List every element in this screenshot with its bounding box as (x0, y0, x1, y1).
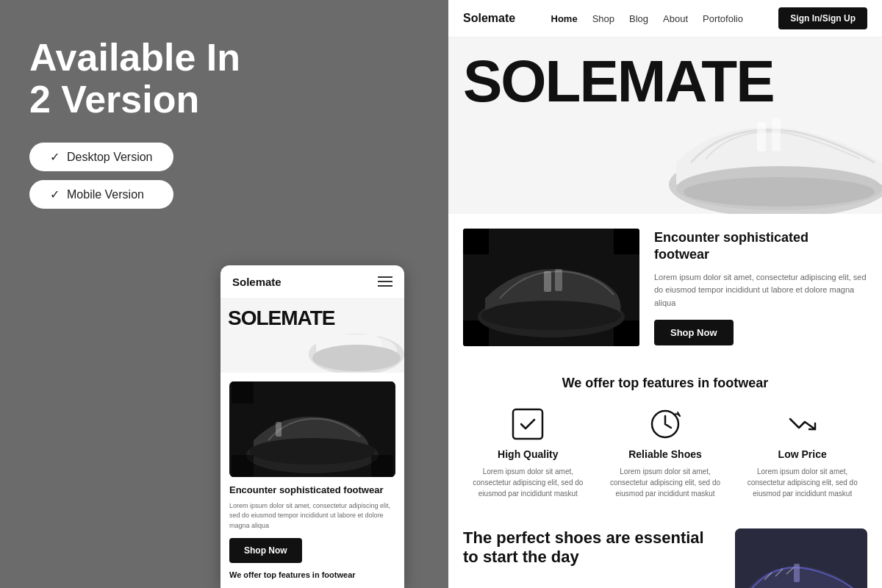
encounter-section: Encounter sophisticated footwear Lorem i… (448, 214, 882, 361)
desktop-nav: Solemate Home Shop Blog About Portofolio… (448, 0, 882, 37)
svg-point-7 (250, 438, 375, 465)
high-quality-icon (509, 406, 546, 442)
nav-item-blog[interactable]: Blog (629, 13, 648, 24)
svg-rect-22 (544, 271, 551, 292)
mobile-encounter-title: Encounter sophisticated footwear (229, 484, 395, 497)
encounter-title: Encounter sophisticated footwear (654, 229, 867, 264)
svg-rect-17 (463, 229, 489, 254)
bottom-section: The perfect shoes are essential to start… (448, 514, 882, 588)
desktop-hero-text: SOLEMATE (463, 52, 774, 111)
hamburger-icon[interactable] (378, 276, 392, 287)
feature-card-reliable-shoes: Reliable Shoes Lorem ipsum dolor sit ame… (600, 406, 731, 499)
quality-svg (511, 407, 545, 441)
feature-card-low-price: Low Price Lorem ipsum dolor sit amet, co… (737, 406, 867, 499)
encounter-shoe-box (463, 229, 639, 346)
svg-rect-19 (614, 229, 639, 254)
nav-item-about[interactable]: About (663, 13, 688, 24)
check-icon: ✓ (50, 150, 60, 164)
desktop-logo: Solemate (463, 12, 515, 25)
mobile-encounter-para: Lorem ipsum dolor sit amet, consectetur … (229, 501, 395, 531)
black-shoe-desktop-svg (463, 229, 639, 346)
nav-item-home[interactable]: Home (551, 13, 578, 24)
svg-line-27 (678, 412, 680, 416)
sign-in-button[interactable]: Sign In/Sign Up (778, 7, 867, 29)
nav-link-blog[interactable]: Blog (629, 13, 648, 24)
encounter-para: Lorem ipsum dolor sit amet, consectetur … (654, 271, 867, 310)
bottom-text: The perfect shoes are essential to start… (463, 528, 720, 567)
svg-rect-8 (232, 381, 254, 404)
desktop-hero: SOLEMATE (448, 37, 882, 214)
desktop-nav-links: Home Shop Blog About Portofolio (551, 13, 743, 24)
nav-item-portofolio[interactable]: Portofolio (703, 13, 743, 24)
svg-rect-13 (772, 118, 781, 151)
svg-rect-12 (757, 122, 766, 151)
svg-rect-29 (794, 564, 800, 582)
bottom-shoe-svg (735, 528, 867, 588)
desktop-version-badge: ✓ Desktop Version (29, 143, 173, 171)
right-panel: Solemate Home Shop Blog About Portofolio… (448, 0, 882, 588)
nav-link-about[interactable]: About (663, 13, 688, 24)
high-quality-desc: Lorem ipsum dolor sit amet, consectetur … (463, 466, 593, 499)
mobile-features-title: We offer top features in footwear (229, 570, 395, 579)
mobile-body: Encounter sophisticated footwear Lorem i… (220, 373, 404, 588)
low-price-name: Low Price (778, 448, 827, 460)
feature-card-high-quality: High Quality Lorem ipsum dolor sit amet,… (463, 406, 593, 499)
svg-rect-23 (555, 269, 562, 291)
left-title: Available In2 Version (29, 37, 240, 121)
mobile-version-label: Mobile Version (67, 188, 144, 201)
mobile-hero: SOLEMATE (220, 299, 404, 373)
low-price-svg (786, 407, 820, 441)
reliable-shoes-name: Reliable Shoes (628, 448, 702, 460)
left-panel: Available In2 Version ✓ Desktop Version … (0, 0, 448, 588)
nav-link-home[interactable]: Home (551, 13, 578, 24)
nav-link-shop[interactable]: Shop (592, 13, 614, 24)
nav-link-portofolio[interactable]: Portofolio (703, 13, 743, 24)
reliable-shoes-desc: Lorem ipsum dolor sit amet, consectetur … (600, 466, 731, 499)
svg-point-24 (481, 301, 621, 330)
check-icon-2: ✓ (50, 187, 60, 201)
mobile-shoe-card (229, 381, 395, 477)
desktop-version-label: Desktop Version (67, 151, 153, 164)
mobile-logo: Solemate (232, 276, 282, 288)
svg-rect-10 (371, 455, 393, 477)
mobile-header: Solemate (220, 265, 404, 299)
svg-rect-25 (513, 409, 542, 439)
features-grid: High Quality Lorem ipsum dolor sit amet,… (463, 406, 867, 499)
reliable-shoes-icon (647, 406, 684, 442)
mobile-version-badge: ✓ Mobile Version (29, 180, 173, 209)
features-section-title: We offer top features in footwear (463, 376, 867, 391)
encounter-text: Encounter sophisticated footwear Lorem i… (654, 229, 867, 346)
svg-rect-6 (276, 422, 282, 437)
black-shoe-mobile-svg (229, 381, 395, 477)
svg-point-15 (684, 177, 875, 207)
mobile-shop-button[interactable]: Shop Now (229, 538, 302, 563)
bottom-title: The perfect shoes are essential to start… (463, 528, 720, 567)
bottom-shoe-image (735, 528, 867, 588)
low-price-icon (784, 406, 821, 442)
version-badges: ✓ Desktop Version ✓ Mobile Version (29, 143, 173, 209)
svg-rect-9 (232, 455, 254, 477)
mobile-hero-text: SOLEMATE (228, 306, 334, 330)
high-quality-name: High Quality (498, 448, 558, 460)
low-price-desc: Lorem ipsum dolor sit amet, consectetur … (737, 466, 867, 499)
shop-now-button[interactable]: Shop Now (654, 320, 734, 345)
nav-item-shop[interactable]: Shop (592, 13, 614, 24)
svg-point-3 (312, 345, 401, 371)
features-section: We offer top features in footwear High Q… (448, 361, 882, 514)
mobile-mockup: Solemate SOLEMATE (220, 265, 404, 588)
reliable-svg (648, 407, 682, 441)
